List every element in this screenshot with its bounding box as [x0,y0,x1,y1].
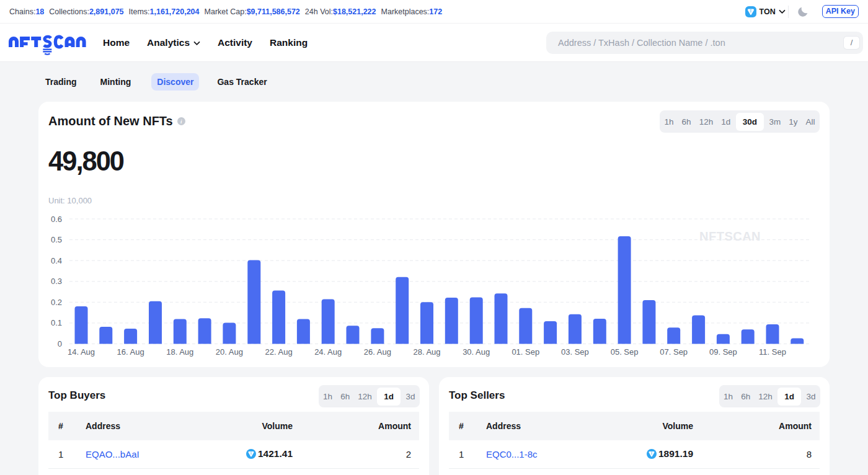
svg-text:03. Sep: 03. Sep [561,347,589,357]
svg-text:05. Sep: 05. Sep [611,347,639,357]
svg-text:11. Sep: 11. Sep [759,347,786,357]
svg-text:0: 0 [58,339,62,348]
svg-text:22. Aug: 22. Aug [265,347,293,357]
svg-text:09. Sep: 09. Sep [709,347,737,357]
svg-text:0.5: 0.5 [51,235,62,244]
svg-text:0.4: 0.4 [51,256,62,265]
svg-text:28. Aug: 28. Aug [413,347,440,357]
svg-text:01. Sep: 01. Sep [512,347,539,357]
svg-text:0.6: 0.6 [51,215,62,224]
svg-text:0.3: 0.3 [51,277,62,286]
svg-text:16. Aug: 16. Aug [117,347,144,357]
svg-text:18. Aug: 18. Aug [166,347,193,357]
svg-text:07. Sep: 07. Sep [660,347,688,357]
svg-text:26. Aug: 26. Aug [364,347,391,357]
svg-text:30. Aug: 30. Aug [463,347,490,357]
svg-text:24. Aug: 24. Aug [314,347,342,357]
svg-text:0.1: 0.1 [51,318,62,327]
svg-text:14. Aug: 14. Aug [68,347,95,357]
svg-text:0.2: 0.2 [51,298,62,307]
svg-text:20. Aug: 20. Aug [216,347,243,357]
